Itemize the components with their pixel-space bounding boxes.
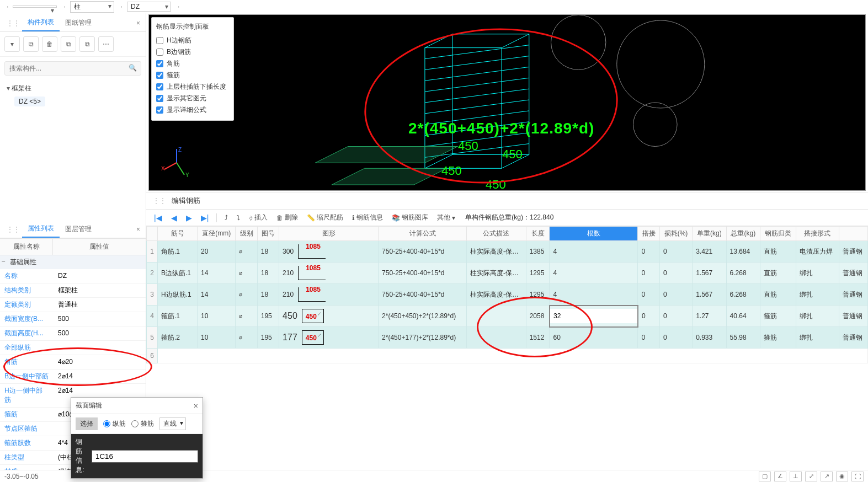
col-len[interactable]: 长度 [526,227,550,241]
cell-name[interactable]: 箍筋.1 [158,306,198,327]
prop-input-quota[interactable] [55,299,143,310]
status-tool-3[interactable]: ⊥ [790,472,802,481]
nav-next[interactable]: ▶ [183,212,195,223]
tab-drawing-mgmt[interactable]: 图纸管理 [60,15,97,31]
cell-loss[interactable]: 0 [659,327,692,349]
nav-first[interactable]: |◀ [151,212,166,223]
cell-loss[interactable]: 0 [659,284,692,306]
cell-total[interactable]: 6.268 [726,284,760,306]
paste-button[interactable]: ⧉ [61,36,76,52]
layers-button[interactable]: ⧉ [79,36,95,52]
cell-cat[interactable]: 箍筋 [760,306,796,327]
prop-input-corner[interactable] [55,356,143,367]
nav-last[interactable]: ▶| [198,212,212,223]
cell-lap[interactable]: 0 [638,263,659,284]
col-formula[interactable]: 计算公式 [379,227,467,241]
cell-cat[interactable]: 直筋 [760,263,796,284]
nav-prev[interactable]: ◀ [168,212,180,223]
prop-input-struct[interactable] [55,285,143,296]
tab-layer-mgmt[interactable]: 图层管理 [60,221,97,237]
prop-input-hside[interactable] [55,385,143,396]
delete-button[interactable]: 🗑 [42,36,57,52]
cell-len[interactable]: 1512 [526,327,550,349]
cell-unit[interactable]: 1.567 [693,263,726,284]
col-dia[interactable]: 直径(mm) [198,227,236,241]
top-select-2[interactable]: 柱 [70,1,114,13]
cell-code[interactable]: 195 [257,327,279,349]
cell-unit[interactable]: 1.27 [693,306,726,327]
cell-len[interactable]: 1295 [526,284,550,306]
cell-code[interactable]: 195 [257,306,279,327]
top-select-3[interactable]: DZ [127,2,171,12]
tree-item-dz[interactable]: DZ <5> [14,97,45,106]
cell-loss[interactable]: 0 [659,241,692,263]
more-button[interactable]: ⋯ [98,36,114,52]
drag-handle-icon[interactable]: ⋮⋮ [151,195,168,207]
cell-desc[interactable] [467,327,526,349]
cell-dia[interactable]: 20 [198,241,236,263]
cell-code[interactable]: 18 [257,284,279,306]
cell-mat[interactable]: 普通钢 [839,263,867,284]
col-code[interactable]: 图号 [257,227,279,241]
cell-total[interactable]: 40.64 [726,306,760,327]
cell-laptype[interactable]: 绑扎 [796,263,839,284]
cell-name[interactable]: 箍筋.2 [158,327,198,349]
cell-laptype[interactable]: 绑扎 [796,284,839,306]
btn-delete[interactable]: 🗑 删除 [273,212,301,223]
cell-lap[interactable]: 0 [638,284,659,306]
cell-lap[interactable]: 0 [638,241,659,263]
search-input[interactable] [4,61,141,76]
col-loss[interactable]: 损耗(%) [659,227,692,241]
drag-handle-icon[interactable]: ⋮⋮ [4,17,22,29]
top-select-1[interactable] [13,6,57,8]
prop-input-bside[interactable] [55,371,143,382]
cell-lap[interactable]: 0 [638,327,659,349]
prop-input-secw[interactable] [55,313,143,324]
btn-other[interactable]: 其他 ▾ [434,212,459,223]
prop-input-name[interactable] [55,270,143,281]
cell-cat[interactable]: 直筋 [760,241,796,263]
cell-laptype[interactable]: 绑扎 [796,327,839,349]
cell-unit[interactable]: 0.933 [693,327,726,349]
cell-formula[interactable]: 750-25+400-40+15*d [379,241,467,263]
col-count[interactable]: 根数 [550,227,638,241]
cell-laptype[interactable]: 电渣压力焊 [796,241,839,263]
cell-count[interactable]: 4 [550,241,638,263]
status-tool-1[interactable]: ▢ [759,472,771,481]
btn-lib[interactable]: 📚 钢筋图库 [388,212,432,223]
cell-cat[interactable]: 直筋 [760,284,796,306]
cell-mat[interactable]: 普通钢 [839,241,867,263]
cell-dia[interactable]: 14 [198,284,236,306]
drag-handle-icon[interactable]: ⋮⋮ [4,223,22,235]
col-shape[interactable]: 图形 [279,227,379,241]
btn-rowup[interactable]: ⤴ [221,213,231,223]
copy-button[interactable]: ⧉ [23,36,39,52]
col-total[interactable]: 总重(kg) [726,227,760,241]
cell-shape[interactable]: 2101085 [279,263,379,284]
cell-cat[interactable]: 箍筋 [760,327,796,349]
popup-select-mode[interactable]: 选择 [76,417,98,430]
cell-mat[interactable]: 普通钢 [839,284,867,306]
cell-shape[interactable]: 177⟋450 [279,327,379,349]
cell-code[interactable]: 18 [257,241,279,263]
cell-count[interactable]: 4 [550,284,638,306]
viewport-3d[interactable]: 钢筋显示控制面板 H边钢筋 B边钢筋 角筋 箍筋 上层柱插筋下插长度 显示其它图… [148,14,866,191]
cell-desc[interactable]: 柱实际高度-保… [467,263,526,284]
cell-desc[interactable]: 柱实际高度-保… [467,241,526,263]
tab-component-list[interactable]: 构件列表 [22,14,60,31]
col-unit[interactable]: 单重(kg) [693,227,726,241]
cell-shape[interactable]: 450⟋450 [279,306,379,327]
cell-unit[interactable]: 3.421 [693,241,726,263]
col-lvl[interactable]: 级别 [236,227,257,241]
btn-rowdown[interactable]: ⤵ [233,213,243,223]
cell-loss[interactable]: 0 [659,306,692,327]
col-mat[interactable] [839,227,867,241]
col-desc[interactable]: 公式描述 [467,227,526,241]
btn-insert[interactable]: ⎀ 插入 [246,212,271,223]
cell-mat[interactable]: 普通钢 [839,306,867,327]
property-group-basic[interactable]: 基础属性 [0,255,146,269]
cell-dia[interactable]: 10 [198,306,236,327]
status-tool-2[interactable]: ∠ [774,472,786,481]
col-cat[interactable]: 钢筋归类 [760,227,796,241]
new-button[interactable]: ▾ [4,36,20,52]
